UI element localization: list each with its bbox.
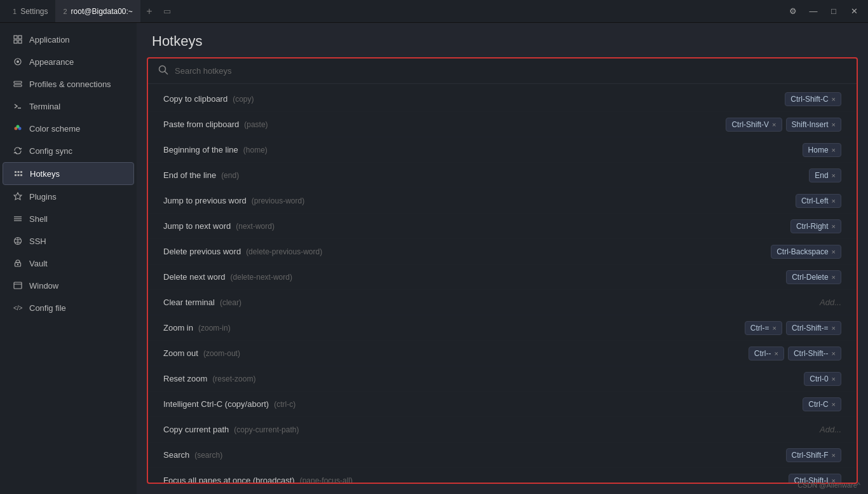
config-file-icon: </> xyxy=(13,303,23,313)
tab-settings-label: Settings xyxy=(20,7,48,16)
table-row: End of the line(end)End× xyxy=(148,163,857,188)
hotkey-bindings: End× xyxy=(809,168,841,182)
key-badge: Ctrl-Backspace× xyxy=(771,245,841,259)
hotkey-bindings: Home× xyxy=(803,143,841,157)
sidebar-item-shell-label: Shell xyxy=(29,214,48,224)
table-row: Jump to previous word(previous-word)Ctrl… xyxy=(148,188,857,214)
sidebar-item-config-sync[interactable]: Config sync xyxy=(3,140,134,161)
remove-binding-button[interactable]: × xyxy=(832,350,836,357)
key-text: Ctrl-- xyxy=(754,349,771,358)
sidebar-item-color-scheme[interactable]: Color scheme xyxy=(3,118,134,139)
sidebar-item-plugins-label: Plugins xyxy=(29,192,57,202)
remove-binding-button[interactable]: × xyxy=(832,121,836,128)
hotkey-name: Copy to clipboard xyxy=(163,94,227,104)
remove-binding-button[interactable]: × xyxy=(832,248,836,256)
svg-rect-2 xyxy=(14,40,17,43)
minimize-button[interactable]: — xyxy=(804,3,822,20)
svg-rect-17 xyxy=(20,174,22,176)
plugins-icon xyxy=(13,191,23,202)
tab-maximize-icon[interactable]: ▭ xyxy=(158,3,176,20)
key-badge: Ctrl-Delete× xyxy=(786,270,841,284)
hotkey-name: Zoom out xyxy=(163,348,198,358)
sidebar-item-profiles-label: Profiles & connections xyxy=(29,79,111,89)
key-text: Ctrl-0 xyxy=(810,374,828,383)
hotkey-id: (next-word) xyxy=(236,222,275,231)
hotkey-id: (ctrl-c) xyxy=(274,400,295,409)
hotkey-name: Delete next word xyxy=(163,272,226,282)
config-sync-icon xyxy=(13,146,23,156)
close-button[interactable]: ✕ xyxy=(845,3,863,20)
remove-binding-button[interactable]: × xyxy=(832,95,836,103)
table-row: Paste from clipboard(paste)Ctrl-Shift-V×… xyxy=(148,112,857,137)
remove-binding-button[interactable]: × xyxy=(774,350,778,357)
hotkey-name: Jump to previous word xyxy=(163,196,247,205)
remove-binding-button[interactable]: × xyxy=(832,273,836,281)
tab-terminal[interactable]: 2 root@Bigdata00:~ xyxy=(55,0,140,22)
hotkey-name: Paste from clipboard xyxy=(163,120,239,129)
sidebar-item-hotkeys[interactable]: Hotkeys xyxy=(3,162,134,185)
remove-binding-button[interactable]: × xyxy=(832,451,836,459)
remove-binding-button[interactable]: × xyxy=(832,146,836,154)
remove-binding-button[interactable]: × xyxy=(832,401,836,408)
table-row: Focus all panes at once (broadcast)(pane… xyxy=(148,468,857,483)
hotkey-id: (search) xyxy=(194,451,222,460)
hotkey-id: (reset-zoom) xyxy=(212,374,255,383)
hotkey-bindings: Ctrl-Left× xyxy=(796,194,841,208)
key-text: Ctrl-C xyxy=(808,400,828,409)
new-tab-button[interactable]: + xyxy=(140,3,158,20)
window-controls: ⚙ — □ ✕ xyxy=(784,3,863,20)
color-scheme-icon xyxy=(13,123,23,134)
sidebar-item-ssh[interactable]: SSH xyxy=(3,230,134,252)
table-row: Delete previous word(delete-previous-wor… xyxy=(148,239,857,264)
remove-binding-button[interactable]: × xyxy=(832,197,836,205)
svg-point-25 xyxy=(17,264,18,265)
search-icon xyxy=(158,65,168,77)
key-text: End xyxy=(815,171,828,180)
terminal-icon xyxy=(13,101,23,111)
hotkey-id: (copy-current-path) xyxy=(234,425,299,434)
shell-icon xyxy=(13,214,23,224)
sidebar-item-terminal[interactable]: Terminal xyxy=(3,95,134,117)
sidebar-item-terminal-label: Terminal xyxy=(29,102,60,111)
svg-point-5 xyxy=(17,60,19,63)
sidebar-item-window[interactable]: Window xyxy=(3,275,134,296)
titlebar: 1 Settings 2 root@Bigdata00:~ + ▭ ⚙ — □ … xyxy=(0,0,868,23)
remove-binding-button[interactable]: × xyxy=(772,121,776,128)
key-badge: Home× xyxy=(803,143,841,157)
sidebar-item-application[interactable]: Application xyxy=(3,29,134,50)
hotkey-bindings: Ctrl--×Ctrl-Shift--× xyxy=(749,346,841,360)
add-binding-placeholder[interactable]: Add... xyxy=(820,425,841,434)
sidebar-item-config-sync-label: Config sync xyxy=(29,146,72,156)
settings-button[interactable]: ⚙ xyxy=(784,3,802,20)
svg-rect-3 xyxy=(18,40,22,43)
svg-rect-1 xyxy=(18,36,22,39)
table-row: Copy to clipboard(copy)Ctrl-Shift-C× xyxy=(148,86,857,112)
sidebar-item-config-file-label: Config file xyxy=(29,303,66,313)
svg-rect-0 xyxy=(14,36,17,39)
search-bar xyxy=(148,58,857,84)
sidebar-item-shell[interactable]: Shell xyxy=(3,208,134,230)
remove-binding-button[interactable]: × xyxy=(832,324,836,332)
maximize-button[interactable]: □ xyxy=(825,3,843,20)
remove-binding-button[interactable]: × xyxy=(832,375,836,383)
svg-line-30 xyxy=(165,72,168,74)
remove-binding-button[interactable]: × xyxy=(832,172,836,179)
search-input[interactable] xyxy=(175,66,846,76)
ssh-icon xyxy=(13,236,23,246)
svg-marker-18 xyxy=(14,193,22,200)
table-row: Intelligent Ctrl-C (copy/abort)(ctrl-c)C… xyxy=(148,392,857,417)
add-binding-placeholder[interactable]: Add... xyxy=(820,298,841,307)
sidebar-item-appearance[interactable]: Appearance xyxy=(3,51,134,72)
key-text: Ctrl-Right xyxy=(796,222,829,231)
hotkey-bindings: Add... xyxy=(820,425,841,434)
sidebar-item-config-file[interactable]: </> Config file xyxy=(3,297,134,319)
key-badge: Ctrl-Shift-V× xyxy=(726,118,782,132)
sidebar-item-profiles[interactable]: Profiles & connections xyxy=(3,73,134,95)
profiles-icon xyxy=(13,79,23,89)
sidebar-item-plugins[interactable]: Plugins xyxy=(3,186,134,207)
remove-binding-button[interactable]: × xyxy=(832,223,836,230)
tab-settings[interactable]: 1 Settings xyxy=(5,0,55,22)
hotkeys-panel: Copy to clipboard(copy)Ctrl-Shift-C×Past… xyxy=(147,57,858,484)
remove-binding-button[interactable]: × xyxy=(772,324,776,332)
sidebar-item-vault[interactable]: Vault xyxy=(3,252,134,274)
